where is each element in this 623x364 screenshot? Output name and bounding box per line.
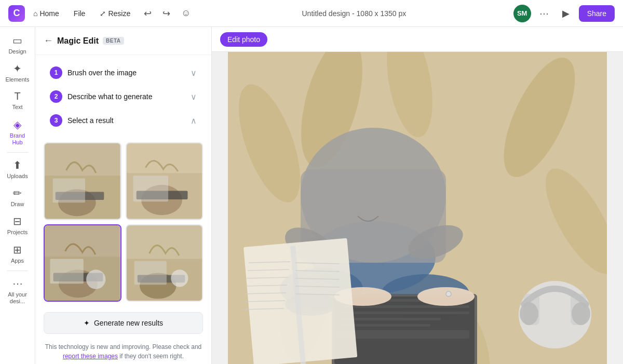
disclaimer-text: This technology is new and improving. Pl…	[35, 338, 211, 364]
icon-sidebar: ▭ Design ✦ Elements T Text ◈ Brand Hub ⬆…	[0, 27, 35, 364]
main-layout: ▭ Design ✦ Elements T Text ◈ Brand Hub ⬆…	[0, 27, 623, 364]
sidebar-item-brand-hub[interactable]: ◈ Brand Hub	[3, 115, 32, 149]
svg-rect-43	[337, 312, 469, 314]
canvas-image	[228, 52, 607, 364]
design-icon: ▭	[12, 34, 22, 47]
svg-point-15	[86, 269, 105, 289]
undo-redo-group: ↩ ↪	[139, 5, 175, 22]
sidebar-item-all-designs[interactable]: ⋯ All your desi...	[3, 274, 32, 308]
draw-icon: ✏	[13, 187, 22, 199]
step-1-label: Brush over the image	[67, 69, 137, 77]
svg-point-67	[520, 302, 538, 325]
step-3-left: 3 Select a result	[50, 114, 114, 127]
all-designs-icon: ⋯	[12, 277, 23, 290]
result-thumb-4[interactable]	[126, 224, 204, 302]
step-3-label: Select a result	[67, 116, 114, 125]
panel-header: ← Magic Edit BETA	[35, 27, 211, 55]
present-button[interactable]: ▶	[557, 5, 575, 22]
file-button[interactable]: File	[67, 6, 92, 21]
step-1-row[interactable]: 1 Brush over the image ∨	[44, 61, 203, 84]
step-3-num: 3	[50, 114, 62, 127]
sidebar-item-apps[interactable]: ⊞ Apps	[3, 240, 32, 267]
step-2-label: Describe what to generate	[67, 92, 152, 101]
sidebar-item-projects[interactable]: ⊟ Projects	[3, 212, 32, 239]
step-2-num: 2	[50, 90, 62, 103]
svg-point-21	[171, 269, 188, 287]
generate-icon: ✦	[84, 319, 90, 327]
topbar-left: C ⌂ Home File ⤢ Resize ↩ ↪ ☺	[8, 5, 195, 22]
step-2-chevron: ∨	[191, 92, 197, 102]
beta-badge: BETA	[103, 37, 124, 45]
canva-logo[interactable]: C	[8, 5, 25, 22]
svg-point-49	[446, 291, 451, 296]
topbar: C ⌂ Home File ⤢ Resize ↩ ↪ ☺ Untitled de…	[0, 0, 623, 27]
uploads-icon: ⬆	[13, 159, 22, 171]
back-button[interactable]: ←	[44, 35, 53, 46]
right-section: Edit photo	[212, 27, 623, 364]
sidebar-item-design[interactable]: ▭ Design	[3, 31, 32, 58]
redo-button[interactable]: ↪	[157, 5, 175, 22]
step-3-row[interactable]: 3 Select a result ∧	[44, 109, 203, 132]
canvas-container	[228, 52, 607, 364]
edit-photo-tab[interactable]: Edit photo	[220, 32, 267, 47]
notifications-button[interactable]: ⋯	[535, 5, 553, 22]
topbar-center: Untitled design - 1080 x 1350 px	[199, 9, 509, 18]
sidebar-item-elements[interactable]: ✦ Elements	[3, 59, 32, 86]
apps-icon: ⊞	[13, 244, 22, 256]
svg-point-68	[572, 302, 590, 325]
edit-photo-bar: Edit photo	[212, 27, 623, 52]
projects-icon: ⊟	[13, 215, 22, 227]
sidebar-item-uploads[interactable]: ⬆ Uploads	[3, 156, 32, 183]
svg-rect-4	[53, 179, 85, 203]
step-1-chevron: ∨	[191, 68, 197, 78]
svg-rect-46	[337, 330, 469, 339]
design-title: Untitled design - 1080 x 1350 px	[302, 9, 407, 18]
generate-section: ✦ Generate new results	[35, 306, 211, 338]
svg-rect-14	[50, 259, 83, 284]
result-thumb-2[interactable]	[126, 142, 204, 220]
generate-button[interactable]: ✦ Generate new results	[44, 312, 203, 334]
sidebar-divider	[7, 152, 28, 153]
svg-point-48	[417, 287, 475, 306]
result-thumb-3[interactable]	[44, 224, 121, 302]
topbar-right: SM ⋯ ▶ Share	[513, 5, 615, 22]
home-icon: ⌂	[33, 9, 37, 18]
avatar[interactable]: SM	[513, 5, 531, 22]
sidebar-item-draw[interactable]: ✏ Draw	[3, 184, 32, 211]
svg-rect-9	[133, 176, 168, 201]
share-button[interactable]: Share	[579, 5, 615, 22]
home-button[interactable]: ⌂ Home	[27, 6, 65, 21]
canvas-area[interactable]	[212, 52, 623, 364]
svg-rect-20	[134, 261, 166, 285]
undo-button[interactable]: ↩	[139, 5, 156, 22]
step-1-left: 1 Brush over the image	[50, 66, 137, 79]
step-1-num: 1	[50, 66, 62, 79]
magic-edit-panel: ← Magic Edit BETA 1 Brush over the image…	[35, 27, 212, 364]
step-2-left: 2 Describe what to generate	[50, 90, 152, 103]
resize-button[interactable]: ⤢ Resize	[93, 6, 137, 21]
steps-list: 1 Brush over the image ∨ 2 Describe what…	[35, 55, 211, 138]
step-2-row[interactable]: 2 Describe what to generate ∨	[44, 85, 203, 108]
step-3-chevron: ∧	[191, 116, 197, 126]
panel-title: Magic Edit	[57, 36, 99, 46]
text-icon: T	[14, 90, 20, 102]
sidebar-item-text[interactable]: T Text	[3, 87, 32, 114]
results-grid	[35, 138, 211, 306]
resize-icon: ⤢	[100, 9, 106, 18]
report-link[interactable]: report these images	[63, 353, 118, 360]
elements-icon: ✦	[13, 62, 22, 75]
brand-hub-icon: ◈	[13, 118, 21, 131]
emoji-button[interactable]: ☺	[177, 5, 195, 22]
sidebar-divider-2	[7, 271, 28, 271]
result-thumb-1[interactable]	[44, 142, 121, 220]
